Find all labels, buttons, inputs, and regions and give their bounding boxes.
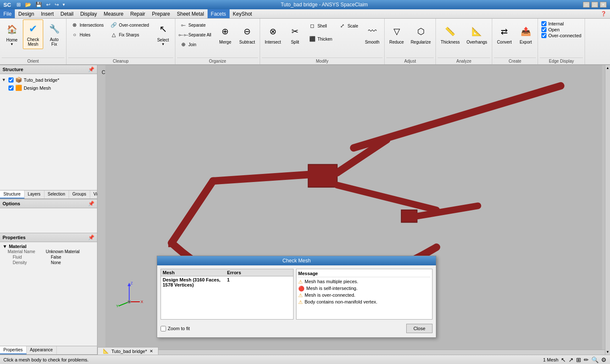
intersections-btn[interactable]: ⊗ Intersections bbox=[68, 20, 107, 30]
regularize-label: Regularize bbox=[410, 40, 431, 44]
internal-checkbox[interactable] bbox=[541, 21, 546, 26]
split-btn[interactable]: ✂ Split bbox=[285, 19, 305, 49]
menu-repair[interactable]: Repair bbox=[127, 9, 148, 18]
qa-save[interactable]: 💾 bbox=[34, 1, 43, 8]
material-header: ▼ Material bbox=[3, 244, 94, 249]
ribbon-group-organize: ⟜ Separate ⟜⟜ Separate All ⊕ Join ⊕ Merg… bbox=[175, 19, 260, 64]
holes-btn[interactable]: ○ Holes bbox=[68, 30, 107, 39]
tab-selection[interactable]: Selection bbox=[44, 190, 69, 199]
menu-file[interactable]: File bbox=[0, 9, 15, 18]
separate-all-btn[interactable]: ⟜⟜ Separate All bbox=[177, 30, 214, 39]
menu-display[interactable]: Display bbox=[77, 9, 100, 18]
tab-properties[interactable]: Properties bbox=[0, 346, 27, 354]
status-icon-1[interactable]: ↖ bbox=[561, 356, 566, 363]
separate-btn[interactable]: ⟜ Separate bbox=[177, 20, 214, 30]
tab-appearance[interactable]: Appearance bbox=[27, 346, 57, 354]
material-toggle[interactable]: ▼ bbox=[3, 244, 7, 249]
menu-sheetmetal[interactable]: Sheet Metal bbox=[174, 9, 208, 18]
mesh-checkbox[interactable] bbox=[8, 85, 14, 91]
tab-structure[interactable]: Structure bbox=[0, 190, 25, 199]
regularize-btn[interactable]: ⬡ Regularize bbox=[408, 19, 434, 49]
menu-keyshot[interactable]: KeyShot bbox=[230, 9, 255, 18]
convert-btn[interactable]: ⇄ Convert bbox=[494, 19, 515, 49]
select-btn[interactable]: ↖ Select ▼ bbox=[153, 19, 173, 49]
over-connected-checkbox[interactable] bbox=[541, 33, 546, 38]
msg-text-4: Body contains non-manifold vertex. bbox=[305, 299, 377, 304]
structure-pin[interactable]: 📌 bbox=[88, 66, 94, 72]
root-toggle[interactable]: ▼ bbox=[2, 77, 7, 82]
overhangs-btn[interactable]: 📐 Overhangs bbox=[463, 19, 490, 49]
separate-label: Separate bbox=[189, 23, 206, 28]
tab-layers[interactable]: Layers bbox=[25, 190, 44, 199]
join-btn[interactable]: ⊕ Join bbox=[177, 40, 214, 49]
menu-facets[interactable]: Facets bbox=[208, 9, 230, 18]
home-btn[interactable]: 🏠 Home ▼ bbox=[2, 19, 22, 49]
menu-measure[interactable]: Measure bbox=[100, 9, 127, 18]
menu-insert[interactable]: Insert bbox=[38, 9, 57, 18]
auto-fix-btn[interactable]: 🔧 AutoFix bbox=[44, 19, 64, 49]
root-checkbox[interactable] bbox=[8, 77, 14, 83]
open-checkbox[interactable] bbox=[541, 27, 546, 32]
viewport-scrollbar-bottom[interactable] bbox=[97, 350, 605, 355]
fix-sharps-btn[interactable]: △ Fix Sharps bbox=[108, 30, 152, 39]
check-mesh-btn[interactable]: ✔ CheckMesh bbox=[23, 19, 43, 49]
scroll-up-arrow[interactable]: ▲ bbox=[605, 65, 610, 71]
tab-groups[interactable]: Groups bbox=[69, 190, 90, 199]
intersect-btn[interactable]: ⊗ Intersect bbox=[262, 19, 284, 49]
modify-label: Modify bbox=[262, 58, 383, 63]
maximize-btn[interactable]: □ bbox=[591, 2, 598, 8]
subtract-btn[interactable]: ⊖ Subtract bbox=[236, 19, 258, 49]
close-btn-win[interactable]: ✕ bbox=[600, 2, 607, 8]
status-icon-2[interactable]: ↗ bbox=[568, 356, 574, 363]
select-dropdown[interactable]: ▼ bbox=[161, 42, 165, 46]
thicken-btn[interactable]: ⬛ Thicken bbox=[306, 33, 335, 45]
menu-prepare[interactable]: Prepare bbox=[149, 9, 174, 18]
structure-panel-title: Structure bbox=[3, 67, 23, 72]
table-row-1[interactable]: Design Mesh (3160 Faces, 1578 Vertices) … bbox=[161, 276, 293, 288]
open-checkbox-row: Open bbox=[541, 27, 581, 32]
qa-open[interactable]: 📂 bbox=[24, 1, 33, 8]
home-dropdown[interactable]: ▼ bbox=[10, 42, 14, 46]
status-icon-4[interactable]: ✏ bbox=[584, 356, 589, 363]
qa-new[interactable]: ⊞ bbox=[15, 1, 22, 8]
status-icon-3[interactable]: ⊞ bbox=[576, 356, 581, 363]
thickness-btn[interactable]: 📏 Thickness bbox=[438, 19, 463, 49]
viewport[interactable]: Click a mesh body to check for problems. bbox=[97, 65, 610, 355]
msg-text-1: Mesh has multiple pieces. bbox=[305, 279, 358, 284]
qa-redo[interactable]: ↪ bbox=[53, 1, 60, 8]
window-controls[interactable]: ─ □ ✕ bbox=[583, 2, 607, 8]
separate-all-icon: ⟜⟜ bbox=[180, 31, 187, 38]
zoom-to-fit-checkbox[interactable] bbox=[161, 326, 166, 331]
viewport-tab-label: Tuto_bad bridge* bbox=[111, 349, 147, 354]
properties-pin[interactable]: 📌 bbox=[88, 234, 94, 240]
minimize-btn[interactable]: ─ bbox=[583, 2, 590, 8]
status-icon-6[interactable]: ⚙ bbox=[601, 356, 607, 363]
dialog-close-btn[interactable]: Close bbox=[406, 324, 433, 333]
join-icon: ⊕ bbox=[180, 41, 187, 48]
message-header: Message bbox=[298, 271, 430, 277]
viewport-tab-close[interactable]: ✕ bbox=[150, 349, 153, 353]
status-icon-5[interactable]: 🔍 bbox=[591, 356, 599, 363]
export-btn[interactable]: 📤 Export bbox=[516, 19, 536, 49]
qa-undo[interactable]: ↩ bbox=[45, 1, 52, 8]
scroll-down-arrow[interactable]: ▼ bbox=[605, 349, 610, 355]
help-icon[interactable]: ❓ bbox=[601, 11, 610, 17]
shell-btn[interactable]: ◻ Shell bbox=[306, 19, 335, 32]
tree-design-mesh[interactable]: 🟧 Design Mesh bbox=[8, 84, 95, 92]
qa-dropdown[interactable]: ▼ bbox=[62, 3, 66, 7]
separate-join-group: ⟜ Separate ⟜⟜ Separate All ⊕ Join bbox=[177, 19, 214, 49]
reduce-btn[interactable]: ▽ Reduce bbox=[386, 19, 407, 49]
viewport-tab[interactable]: 📐 Tuto_bad bridge* ✕ bbox=[97, 347, 158, 355]
menu-detail[interactable]: Detail bbox=[57, 9, 77, 18]
viewport-scrollbar-right[interactable]: ▲ ▼ bbox=[605, 65, 610, 355]
options-pin[interactable]: 📌 bbox=[88, 201, 94, 207]
left-panel: Structure 📌 ▼ 📦 Tuto_bad bridge* 🟧 Desig… bbox=[0, 65, 97, 355]
menu-design[interactable]: Design bbox=[15, 9, 37, 18]
smooth-btn[interactable]: 〰 Smooth bbox=[362, 19, 382, 49]
quick-access[interactable]: SC ⊞ 📂 💾 ↩ ↪ ▼ bbox=[3, 1, 66, 8]
scale-btn[interactable]: ⤢ Scale bbox=[336, 19, 361, 32]
over-connected-btn[interactable]: 🔗 Over-connected bbox=[108, 20, 152, 30]
tree-root[interactable]: ▼ 📦 Tuto_bad bridge* bbox=[2, 76, 95, 84]
merge-btn[interactable]: ⊕ Merge bbox=[215, 19, 236, 49]
split-icon: ✂ bbox=[288, 25, 302, 38]
